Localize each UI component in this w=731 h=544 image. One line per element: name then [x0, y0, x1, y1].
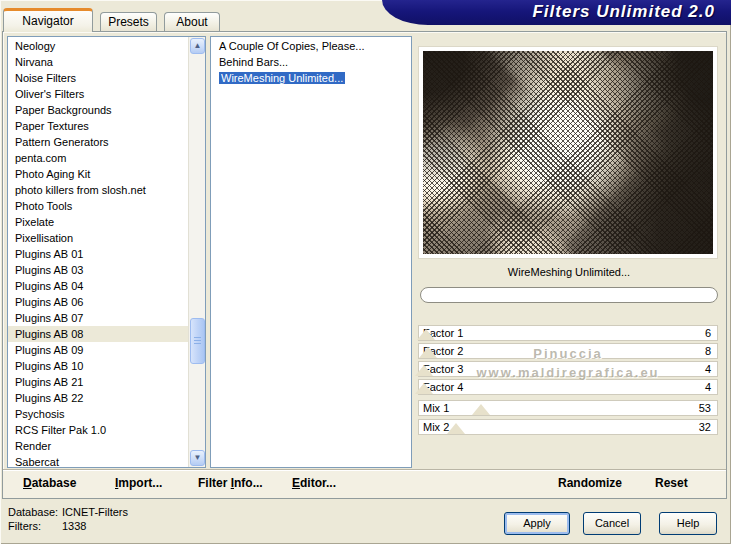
app-title: Filters Unlimited 2.0 [532, 2, 715, 22]
status-filters-label: Filters: [8, 519, 62, 533]
status-filters-row: Filters:1338 [8, 519, 128, 533]
filter-info-button[interactable]: Filter Info... [198, 476, 263, 490]
category-item[interactable]: Noise Filters [8, 70, 188, 86]
tab-navigator[interactable]: Navigator [3, 8, 93, 32]
preview-frame [418, 46, 718, 259]
category-item[interactable]: Plugins AB 21 [8, 374, 188, 390]
category-item[interactable]: Photo Aging Kit [8, 166, 188, 182]
filters-unlimited-dialog: Filters Unlimited 2.0 Navigator Presets … [0, 0, 731, 544]
tab-presets[interactable]: Presets [100, 12, 157, 32]
param-value: 53 [699, 401, 711, 415]
filter-item[interactable]: Behind Bars... [211, 54, 394, 70]
slider-thumb[interactable] [447, 423, 465, 434]
category-scrollbar[interactable]: ▲ ▼ [188, 37, 205, 467]
randomize-button[interactable]: Randomize [558, 476, 622, 490]
slider-thumb[interactable] [415, 365, 433, 376]
param-value: 32 [699, 420, 711, 434]
param-slider-factor2[interactable]: Factor 2 8 [418, 343, 718, 359]
category-item[interactable]: Paper Backgrounds [8, 102, 188, 118]
category-list-items: Neology Nirvana Noise Filters Oliver's F… [8, 38, 188, 467]
category-item[interactable]: Neology [8, 38, 188, 54]
category-item[interactable]: Pixelate [8, 214, 188, 230]
category-item[interactable]: Sabercat [8, 454, 188, 468]
title-banner: Filters Unlimited 2.0 [382, 0, 731, 25]
category-item[interactable]: Plugins AB 22 [8, 390, 188, 406]
param-label: Mix 2 [423, 420, 449, 434]
status-database-row: Database:ICNET-Filters [8, 505, 128, 519]
slider-thumb[interactable] [415, 383, 433, 394]
param-value: 4 [705, 362, 711, 376]
param-value: 6 [705, 326, 711, 340]
category-item[interactable]: Oliver's Filters [8, 86, 188, 102]
scroll-up-icon[interactable]: ▲ [190, 38, 205, 54]
category-item[interactable]: Nirvana [8, 54, 188, 70]
category-item[interactable]: Plugins AB 06 [8, 294, 188, 310]
category-item[interactable]: penta.com [8, 150, 188, 166]
param-slider-mix2[interactable]: Mix 2 32 [418, 419, 718, 435]
editor-button[interactable]: Editor... [292, 476, 336, 490]
scroll-down-icon[interactable]: ▼ [190, 450, 205, 466]
filter-list-items: A Couple Of Copies, Please... Behind Bar… [211, 38, 394, 467]
param-value: 8 [705, 344, 711, 358]
category-item[interactable]: Plugins AB 07 [8, 310, 188, 326]
scrollbar-thumb[interactable] [190, 318, 205, 364]
category-item[interactable]: RCS Filter Pak 1.0 [8, 422, 188, 438]
tab-about[interactable]: About [164, 12, 220, 32]
category-item[interactable]: photo killers from slosh.net [8, 182, 188, 198]
filter-item[interactable]: A Couple Of Copies, Please... [211, 38, 394, 54]
apply-button[interactable]: Apply [504, 512, 570, 535]
category-item[interactable]: Plugins AB 01 [8, 246, 188, 262]
param-slider-factor3[interactable]: Factor 3 4 [418, 361, 718, 377]
navigator-page: Neology Nirvana Noise Filters Oliver's F… [2, 31, 727, 499]
slider-thumb[interactable] [417, 329, 435, 340]
slider-thumb[interactable] [472, 404, 490, 415]
scrollbar-grip [194, 337, 201, 345]
slider-thumb[interactable] [419, 347, 437, 358]
param-value: 4 [705, 380, 711, 394]
category-item[interactable]: Paper Textures [8, 118, 188, 134]
filter-item-selected[interactable]: WireMeshing Unlimited... [211, 70, 394, 86]
param-slider-factor1[interactable]: Factor 1 6 [418, 325, 718, 341]
import-button[interactable]: Import... [115, 476, 162, 490]
preview-image [423, 51, 713, 254]
category-list[interactable]: Neology Nirvana Noise Filters Oliver's F… [7, 36, 206, 468]
status-database-value: ICNET-Filters [62, 506, 128, 518]
category-item[interactable]: Psychosis [8, 406, 188, 422]
category-item-selected[interactable]: Plugins AB 08 [8, 326, 188, 342]
filter-list[interactable]: A Couple Of Copies, Please... Behind Bar… [210, 36, 412, 468]
category-item[interactable]: Plugins AB 04 [8, 278, 188, 294]
category-item[interactable]: Render [8, 438, 188, 454]
status-area: Database:ICNET-Filters Filters:1338 [8, 505, 128, 533]
help-button[interactable]: Help [659, 512, 717, 535]
status-filters-value: 1338 [62, 520, 86, 532]
category-item[interactable]: Plugins AB 10 [8, 358, 188, 374]
status-database-label: Database: [8, 505, 62, 519]
category-item[interactable]: Pattern Generators [8, 134, 188, 150]
reset-button[interactable]: Reset [655, 476, 688, 490]
param-slider-factor4[interactable]: Factor 4 4 [418, 379, 718, 395]
category-item[interactable]: Plugins AB 03 [8, 262, 188, 278]
category-item[interactable]: Pixellisation [8, 230, 188, 246]
bottom-toolbar: Database Import... Filter Info... Editor… [3, 469, 726, 498]
category-item[interactable]: Plugins AB 09 [8, 342, 188, 358]
preview-mesh-overlay [423, 51, 713, 254]
database-button[interactable]: Database [23, 476, 76, 490]
param-label: Mix 1 [423, 401, 449, 415]
param-slider-mix1[interactable]: Mix 1 53 [418, 400, 718, 416]
category-item[interactable]: Photo Tools [8, 198, 188, 214]
selected-filter-label: WireMeshing Unlimited... [418, 266, 720, 278]
cancel-button[interactable]: Cancel [583, 512, 641, 535]
filter-item-label: WireMeshing Unlimited... [219, 72, 345, 84]
progress-bar [420, 287, 718, 303]
